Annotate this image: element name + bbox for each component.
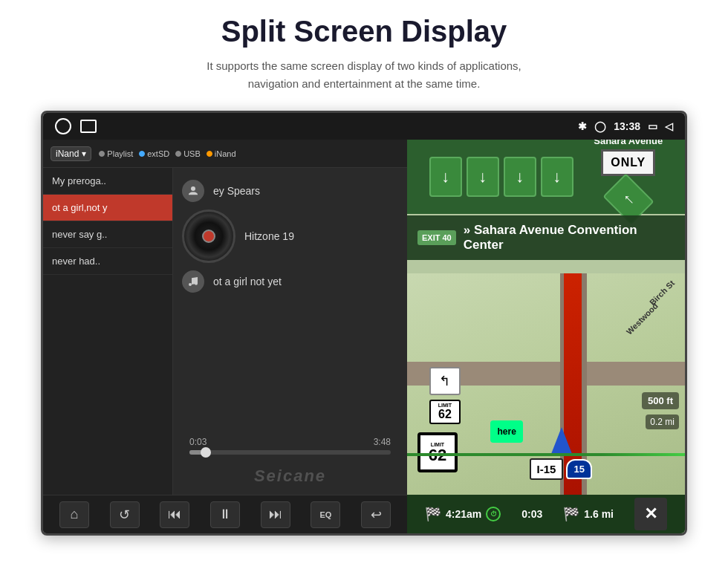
time-current: 0:03 [189, 437, 207, 447]
screen-icon: ▭ [648, 120, 657, 132]
source-opt-extsd[interactable]: extSD [139, 149, 169, 158]
music-note-icon [182, 270, 204, 293]
i15-shield: 15 [566, 459, 591, 479]
device-frame: ✱ ◯ 13:38 ▭ ◁ iNand ▾ Playlist [41, 111, 687, 536]
turn-sign: ↰ [429, 367, 461, 395]
flag-end-icon: 🏁 [563, 506, 579, 522]
source-options: Playlist extSD USB iNand [99, 149, 235, 158]
location-icon: ◯ [594, 120, 606, 132]
eta-distance-value: 1.6 mi [584, 508, 614, 520]
status-bar-right: ✱ ◯ 13:38 ▭ ◁ [578, 120, 673, 132]
vinyl-disc [182, 209, 235, 263]
progress-bar[interactable] [189, 450, 391, 455]
prev-button[interactable]: ⏮ [160, 501, 189, 528]
image-icon [80, 120, 97, 133]
exit-instruction: EXIT 40 » Sahara Avenue Convention Cente… [407, 215, 685, 260]
dropdown-arrow-icon: ▾ [82, 149, 86, 159]
next-button[interactable]: ⏭ [261, 501, 290, 528]
exit-badge: EXIT 40 [417, 230, 456, 245]
track-song-label: ot a girl not yet [213, 276, 282, 287]
eta-arrival-time: 4:21am [446, 508, 481, 520]
status-bar-left [55, 118, 97, 134]
home-button[interactable]: ⌂ [59, 501, 89, 528]
track-song-row: ot a girl not yet [182, 270, 398, 293]
highway-badge: I-15 15 [530, 458, 592, 480]
eq-button[interactable]: EQ [311, 501, 340, 528]
track-album-row: Hitzone 19 [182, 209, 398, 263]
track-album-label: Hitzone 19 [244, 230, 294, 242]
here-logo: here [490, 420, 523, 443]
controls-bar: ⌂ ↺ ⏮ ⏸ ⏭ EQ ↩ [43, 495, 407, 533]
nav-pointer [551, 427, 572, 454]
song-list: My preroga.. ot a girl,not y never say g… [43, 168, 407, 495]
source-opt-inand[interactable]: iNand [207, 149, 236, 158]
back-icon: ◁ [665, 120, 673, 132]
distance-to-turn: 0.2 mi [646, 414, 679, 429]
flag-start-icon: 🏁 [425, 506, 441, 522]
source-playlist-label: Playlist [107, 149, 133, 158]
playlist-item-3[interactable]: never say g.. [43, 221, 172, 248]
source-bar: iNand ▾ Playlist extSD USB [43, 140, 407, 168]
playlist-item-2[interactable]: ot a girl,not y [43, 195, 172, 221]
radio-extsd-icon [139, 151, 145, 157]
eta-bar: 🏁 4:21am ⏱ 0:03 🏁 1.6 mi ✕ [407, 495, 685, 533]
pause-button[interactable]: ⏸ [210, 501, 240, 528]
track-artist-row: ey Spears [182, 180, 398, 202]
artist-icon [182, 180, 204, 202]
radio-playlist-icon [99, 151, 105, 157]
arrow-down-4: ↓ [541, 157, 573, 197]
source-label: iNand [56, 149, 79, 159]
progress-thumb[interactable] [201, 447, 211, 458]
progress-area: 0:03 3:48 [182, 437, 398, 456]
progress-times: 0:03 3:48 [189, 437, 391, 447]
split-content: iNand ▾ Playlist extSD USB [43, 140, 685, 533]
speed-sign: LIMIT 62 [417, 432, 458, 472]
svg-point-0 [191, 186, 195, 191]
arrow-down-3: ↓ [504, 157, 536, 197]
playlist-item-1[interactable]: My preroga.. [43, 168, 172, 195]
playlist-sidebar: My preroga.. ot a girl,not y never say g… [43, 168, 173, 495]
i15-text: I-15 [530, 458, 564, 480]
source-opt-usb[interactable]: USB [175, 149, 201, 158]
green-progress-line [407, 453, 685, 456]
track-artist-label: ey Spears [213, 185, 260, 197]
time-total: 3:48 [374, 437, 391, 447]
street-label-westwood: Westwood [625, 301, 660, 336]
player-main: ey Spears Hitzone 19 [173, 168, 407, 495]
highway-sign-top: ↓ ↓ ↓ ↓ Sahara Avenue ONLY ↑ [407, 140, 685, 214]
source-dropdown[interactable]: iNand ▾ [51, 146, 91, 161]
home-circle-icon [55, 118, 71, 134]
source-usb-label: USB [183, 149, 201, 158]
watermark: Seicane [182, 464, 398, 489]
clock-time: 13:38 [614, 120, 640, 132]
arrow-down-2: ↓ [467, 157, 499, 197]
eta-duration-value: 0:03 [521, 508, 542, 520]
distance-remaining: 500 ft [642, 392, 679, 409]
source-extsd-label: extSD [147, 149, 169, 158]
repeat-button[interactable]: ↺ [110, 501, 140, 528]
road-sign-area: ↰ LIMIT 62 [429, 367, 461, 424]
exit-destination: » Sahara Avenue Convention Center [464, 223, 675, 253]
radio-inand-icon [207, 151, 212, 157]
map-area: Birch St Westwood ↰ LIMIT 62 here I-15 [407, 273, 685, 495]
radio-usb-icon [175, 151, 181, 157]
bluetooth-icon: ✱ [578, 120, 587, 132]
playlist-item-4[interactable]: never had.. [43, 248, 172, 275]
status-bar: ✱ ◯ 13:38 ▭ ◁ [43, 113, 685, 140]
eta-duration: 0:03 [521, 508, 542, 520]
eta-distance-end: 🏁 1.6 mi [563, 506, 614, 522]
music-player-panel: iNand ▾ Playlist extSD USB [43, 140, 407, 533]
source-opt-playlist[interactable]: Playlist [99, 149, 133, 158]
source-inand-label: iNand [215, 149, 236, 158]
page-subtitle: It supports the same screen display of t… [207, 57, 521, 93]
vinyl-center [202, 230, 215, 243]
page-title: Split Screen Display [221, 15, 507, 48]
back-button[interactable]: ↩ [361, 501, 391, 528]
direction-arrows: ↓ ↓ ↓ ↓ [429, 157, 573, 197]
speed-limit-sign: LIMIT 62 [429, 400, 461, 424]
arrow-down-1: ↓ [429, 157, 462, 197]
eta-arrival: 🏁 4:21am ⏱ [425, 506, 501, 522]
clock-icon: ⏱ [486, 507, 501, 521]
close-navigation-button[interactable]: ✕ [634, 498, 667, 530]
navigation-panel: ↓ ↓ ↓ ↓ Sahara Avenue ONLY ↑ EXIT 40 » S… [407, 140, 685, 533]
